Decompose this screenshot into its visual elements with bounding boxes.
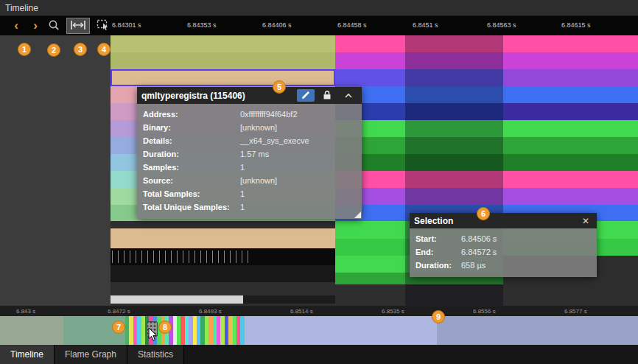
selection-row: End: 6.84572 s xyxy=(416,245,591,259)
tooltip-row-value: 1 xyxy=(240,187,245,200)
mouse-cursor-icon xyxy=(148,327,158,345)
tooltip-row-label: Total Samples: xyxy=(143,187,240,200)
tooltip-row: Source: [unknown] xyxy=(143,174,356,187)
event-info-icon xyxy=(97,19,110,33)
callout-badge: 9 xyxy=(432,310,445,323)
callout-badge: 6 xyxy=(477,207,490,220)
tooltip-row-value: 1 xyxy=(240,161,245,174)
overview-strip[interactable] xyxy=(0,316,638,345)
overview-axis-label: 6.8493 s xyxy=(199,308,222,315)
callout-badge: 1 xyxy=(18,43,31,56)
timeline-event[interactable] xyxy=(111,265,335,282)
selection-row-value: 6.84572 s xyxy=(461,245,497,259)
callout-badge: 4 xyxy=(97,43,111,56)
chevron-up-icon xyxy=(344,91,353,100)
selection-row-label: End: xyxy=(416,245,461,259)
lock-icon xyxy=(323,90,332,102)
callout-badge: 2 xyxy=(47,43,60,57)
selection-dialog-body: Start: 6.84506 s End: 6.84572 s Duration… xyxy=(410,228,597,277)
timeline-event[interactable] xyxy=(111,52,335,69)
horizontal-scrollbar-thumb[interactable] xyxy=(111,295,243,304)
selection-dialog-title: Selection xyxy=(414,216,579,226)
overview-segment[interactable] xyxy=(245,316,437,345)
timeline-toolbar: ‹ › 6.84301 s6.84353 s6.84406 s6.84458 s… xyxy=(0,16,638,35)
selection-row-value: 6.84506 s xyxy=(461,232,497,245)
sample-tick-marks xyxy=(112,251,249,263)
tab-flame-graph[interactable]: Flame Graph xyxy=(55,345,127,364)
overview-stripes xyxy=(125,316,245,345)
pencil-icon xyxy=(301,90,311,102)
tooltip-row: Binary: [unknown] xyxy=(143,121,356,134)
tooltip-row: Samples: 1 xyxy=(143,161,356,174)
edit-note-button[interactable] xyxy=(297,89,315,102)
selection-row-label: Start: xyxy=(416,232,461,245)
overview-segment[interactable] xyxy=(0,316,63,345)
tooltip-row: Total Samples: 1 xyxy=(143,187,356,200)
tooltip-row-value: 1.57 ms xyxy=(240,147,269,161)
overview-axis-label: 6.8514 s xyxy=(290,308,313,315)
tooltip-row: Address: 0xffffffff94f64bf2 xyxy=(143,108,356,121)
magnifier-icon xyxy=(47,18,60,34)
timeline-event[interactable] xyxy=(111,228,335,248)
timeline-event[interactable] xyxy=(503,103,638,120)
tooltip-row-label: Source: xyxy=(143,174,240,187)
timeline-event[interactable] xyxy=(111,35,335,52)
category-panel xyxy=(0,35,111,306)
panel-title: Timeline xyxy=(5,3,38,13)
overview-stripe[interactable] xyxy=(240,316,244,345)
overview-segment[interactable] xyxy=(437,316,638,345)
selection-dialog-header[interactable]: Selection ✕ xyxy=(410,213,597,228)
close-icon[interactable]: ✕ xyxy=(579,216,592,226)
time-axis-label: 6.84458 s xyxy=(337,21,367,29)
timeline-event[interactable] xyxy=(503,69,638,86)
time-axis-label: 6.84563 s xyxy=(487,21,516,29)
chevron-right-icon: › xyxy=(33,19,38,32)
timeline-event[interactable] xyxy=(111,69,335,86)
tooltip-row: Total Unique Samples: 1 xyxy=(143,200,356,214)
overview-axis-label: 6.8577 s xyxy=(564,308,587,315)
tab-timeline[interactable]: Timeline xyxy=(0,345,55,364)
selection-row-label: Duration: xyxy=(416,259,461,272)
range-select-icon xyxy=(70,20,86,32)
selection-dialog: Selection ✕ Start: 6.84506 s End: 6.8457… xyxy=(410,213,597,277)
tooltip-row-label: Address: xyxy=(143,108,240,121)
jump-next-event-button[interactable]: › xyxy=(28,18,43,33)
time-axis-label: 6.84301 s xyxy=(112,21,141,29)
selection-row-value: 658 µs xyxy=(461,259,485,272)
collapse-tooltip-button[interactable] xyxy=(340,89,357,102)
select-range-button[interactable] xyxy=(66,18,90,34)
tooltip-resize-grip[interactable] xyxy=(354,211,361,218)
tooltip-row: Duration: 1.57 ms xyxy=(143,147,356,161)
overview-time-axis: 6.843 s6.8472 s6.8493 s6.8514 s6.8535 s6… xyxy=(0,306,638,316)
event-info-button[interactable] xyxy=(94,18,112,34)
callout-badge: 7 xyxy=(112,321,125,334)
event-tooltip-header[interactable]: qmltyperegistra (115406) xyxy=(137,87,362,104)
callout-badge: 8 xyxy=(158,321,172,334)
tooltip-row-label: Binary: xyxy=(143,121,240,134)
overview-axis-label: 6.8472 s xyxy=(108,308,130,315)
tooltip-row-label: Samples: xyxy=(143,161,240,174)
horizontal-scrollbar[interactable] xyxy=(111,295,335,304)
tooltip-row-label: Details: xyxy=(143,134,240,147)
overview-axis-label: 6.8535 s xyxy=(382,308,404,315)
selection-row: Start: 6.84506 s xyxy=(416,232,591,245)
tooltip-row: Details: __x64_sys_execve xyxy=(143,134,356,147)
jump-previous-event-button[interactable]: ‹ xyxy=(9,18,24,33)
event-tooltip-body: Address: 0xffffffff94f64bf2 Binary: [unk… xyxy=(137,104,362,219)
callout-badge: 5 xyxy=(273,80,286,94)
callout-badge: 3 xyxy=(74,43,87,56)
time-axis-label: 6.84353 s xyxy=(187,21,217,29)
qml-profiler-timeline-window: Timeline ‹ › 6.84301 s6.84353 s6.84406 s… xyxy=(0,0,638,364)
time-axis-label: 6.84615 s xyxy=(561,21,591,29)
overview-axis-label: 6.843 s xyxy=(16,308,35,315)
tooltip-row-value: 0xffffffff94f64bf2 xyxy=(240,108,298,121)
panel-titlebar: Timeline xyxy=(0,0,638,16)
pin-tooltip-button[interactable] xyxy=(318,89,336,102)
tab-statistics[interactable]: Statistics xyxy=(127,345,184,364)
tooltip-row-value: [unknown] xyxy=(240,121,277,134)
tooltip-row-value: __x64_sys_execve xyxy=(240,134,309,147)
time-axis-label: 6.8451 s xyxy=(413,21,438,29)
bottom-tab-bar: Timeline Flame Graph Statistics xyxy=(0,345,638,364)
zoom-slider-button[interactable] xyxy=(46,18,61,33)
event-tooltip-title: qmltyperegistra (115406) xyxy=(141,91,293,101)
